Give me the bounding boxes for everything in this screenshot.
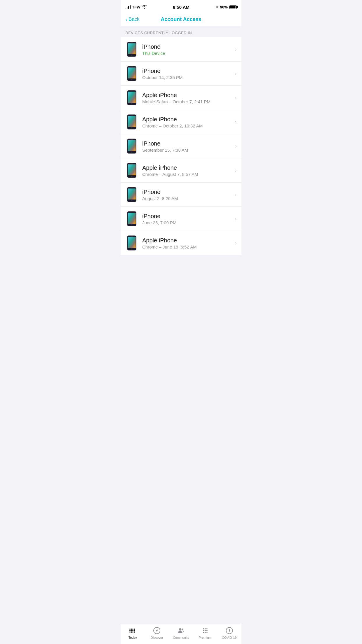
device-name: iPhone — [142, 213, 235, 220]
svg-rect-26 — [131, 188, 133, 188]
carrier-label: TFW — [132, 5, 140, 9]
device-item[interactable]: iPhone This Device › — [121, 37, 241, 62]
device-subtitle: October 14, 2:35 PM — [142, 75, 235, 80]
svg-rect-22 — [131, 163, 133, 164]
svg-rect-33 — [128, 237, 136, 248]
svg-rect-13 — [128, 116, 136, 127]
svg-point-23 — [131, 176, 132, 177]
device-subtitle: Chrome – June 18, 6:52 AM — [142, 244, 235, 249]
device-subtitle: June 26, 7:09 PM — [142, 220, 235, 225]
signal-bars — [125, 5, 131, 9]
status-right: ⊕ 90% — [215, 5, 237, 9]
svg-rect-5 — [128, 67, 136, 78]
svg-rect-1 — [128, 43, 136, 54]
status-left: TFW — [125, 5, 147, 10]
page-title: Account Access — [161, 16, 201, 22]
device-subtitle: Chrome – October 2, 10:32 AM — [142, 123, 235, 128]
chevron-right-icon: › — [235, 143, 237, 149]
device-name: iPhone — [142, 140, 235, 147]
device-phone-icon — [125, 90, 138, 106]
svg-rect-29 — [128, 213, 136, 224]
svg-point-15 — [131, 127, 132, 128]
device-item[interactable]: iPhone September 15, 7:38 AM › — [121, 134, 241, 158]
svg-rect-17 — [128, 140, 136, 151]
chevron-right-icon: › — [235, 71, 237, 77]
svg-point-35 — [131, 248, 132, 249]
status-bar: TFW 8:50 AM ⊕ 90% — [121, 0, 241, 13]
device-name: Apple iPhone — [142, 164, 235, 171]
device-subtitle: September 15, 7:38 AM — [142, 148, 235, 153]
svg-rect-21 — [128, 164, 136, 175]
device-info: Apple iPhone Mobile Safari – October 7, … — [142, 92, 235, 104]
chevron-right-icon: › — [235, 95, 237, 101]
chevron-right-icon: › — [235, 240, 237, 246]
back-label: Back — [129, 16, 140, 22]
nav-bar: ‹ Back Account Access — [121, 13, 241, 26]
device-phone-icon — [125, 114, 138, 130]
svg-rect-34 — [131, 236, 133, 237]
device-name: Apple iPhone — [142, 237, 235, 244]
device-phone-icon — [125, 211, 138, 227]
device-name: Apple iPhone — [142, 92, 235, 99]
svg-rect-18 — [131, 139, 133, 140]
device-phone-icon — [125, 138, 138, 154]
device-name: iPhone — [142, 188, 235, 195]
svg-rect-6 — [131, 66, 133, 67]
svg-point-11 — [131, 103, 132, 104]
wifi-icon — [142, 5, 147, 10]
device-item[interactable]: Apple iPhone Chrome – August 7, 8:57 AM … — [121, 158, 241, 183]
device-info: Apple iPhone Chrome – August 7, 8:57 AM — [142, 164, 235, 177]
back-button[interactable]: ‹ Back — [125, 16, 139, 22]
svg-point-7 — [131, 79, 132, 80]
back-chevron-icon: ‹ — [125, 16, 127, 22]
device-phone-icon — [125, 66, 138, 81]
page-content: DEVICES CURRENTLY LOGGED IN iPhone — [121, 26, 241, 278]
device-info: iPhone This Device — [142, 43, 235, 56]
chevron-right-icon: › — [235, 192, 237, 198]
svg-point-19 — [131, 151, 132, 153]
device-subtitle: Chrome – August 7, 8:57 AM — [142, 172, 235, 177]
svg-point-3 — [131, 55, 132, 56]
device-phone-icon — [125, 187, 138, 202]
chevron-right-icon: › — [235, 46, 237, 52]
device-name: Apple iPhone — [142, 116, 235, 123]
device-list: iPhone This Device › iPhone — [121, 37, 241, 255]
device-item[interactable]: Apple iPhone Chrome – June 18, 6:52 AM › — [121, 231, 241, 255]
svg-rect-10 — [131, 91, 133, 91]
device-info: Apple iPhone Chrome – June 18, 6:52 AM — [142, 237, 235, 249]
section-header: DEVICES CURRENTLY LOGGED IN — [121, 26, 241, 37]
svg-rect-25 — [128, 188, 136, 200]
chevron-right-icon: › — [235, 216, 237, 222]
status-time: 8:50 AM — [173, 5, 189, 10]
device-phone-icon — [125, 235, 138, 251]
device-phone-icon — [125, 41, 138, 57]
chevron-right-icon: › — [235, 167, 237, 174]
device-name: iPhone — [142, 43, 235, 50]
device-phone-icon — [125, 162, 138, 178]
svg-rect-30 — [131, 212, 133, 212]
device-info: Apple iPhone Chrome – October 2, 10:32 A… — [142, 116, 235, 128]
svg-point-27 — [131, 200, 132, 201]
device-info: iPhone August 2, 8:26 AM — [142, 188, 235, 201]
battery-icon — [229, 5, 237, 9]
device-item[interactable]: Apple iPhone Mobile Safari – October 7, … — [121, 86, 241, 110]
device-item[interactable]: iPhone October 14, 2:35 PM › — [121, 62, 241, 86]
device-info: iPhone October 14, 2:35 PM — [142, 67, 235, 80]
device-info: iPhone September 15, 7:38 AM — [142, 140, 235, 153]
battery-percent: 90% — [220, 5, 228, 9]
device-info: iPhone June 26, 7:09 PM — [142, 213, 235, 225]
device-item[interactable]: Apple iPhone Chrome – October 2, 10:32 A… — [121, 110, 241, 134]
svg-rect-2 — [131, 42, 133, 43]
device-item[interactable]: iPhone August 2, 8:26 AM › — [121, 183, 241, 207]
device-subtitle: This Device — [142, 51, 235, 56]
screen-lock-icon: ⊕ — [215, 5, 218, 9]
chevron-right-icon: › — [235, 119, 237, 125]
device-item[interactable]: iPhone June 26, 7:09 PM › — [121, 207, 241, 231]
device-name: iPhone — [142, 67, 235, 74]
svg-point-31 — [131, 224, 132, 225]
device-subtitle: Mobile Safari – October 7, 2:41 PM — [142, 99, 235, 104]
svg-rect-14 — [131, 115, 133, 116]
svg-rect-9 — [128, 92, 136, 103]
device-subtitle: August 2, 8:26 AM — [142, 196, 235, 201]
